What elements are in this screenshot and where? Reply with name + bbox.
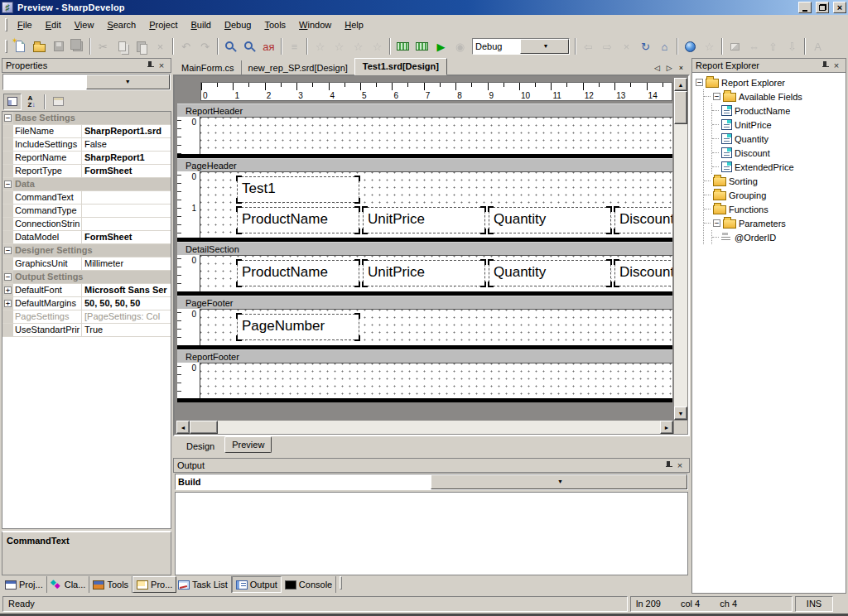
tree-item-parameters[interactable]: −Parameters	[704, 216, 846, 230]
tree-item-report-explorer[interactable]: −Report Explorer	[696, 75, 846, 89]
report-item-productname[interactable]: ProductName	[237, 260, 359, 286]
view-tab-design[interactable]: Design	[180, 439, 221, 454]
comment-region-icon[interactable]: ≡	[285, 37, 304, 55]
expander-icon[interactable]: −	[4, 273, 12, 281]
properties-close-button[interactable]: ×	[156, 60, 167, 71]
close-button[interactable]: ×	[833, 2, 846, 13]
tree-item-grouping[interactable]: Grouping	[704, 188, 846, 202]
report-item-unitprice[interactable]: UnitPrice	[363, 207, 485, 233]
report-item-unitprice[interactable]: UnitPrice	[363, 260, 485, 286]
property-name[interactable]: FileName	[13, 125, 82, 137]
tree-item-available-fields[interactable]: −Available Fields	[704, 89, 846, 103]
menu-tools[interactable]: Tools	[258, 17, 292, 33]
band-header-pagefooter[interactable]: PageFooter	[177, 296, 672, 309]
report-item-quantity[interactable]: Quantity	[489, 260, 611, 286]
run-icon[interactable]: ▶	[431, 37, 450, 55]
property-value[interactable]: False	[82, 138, 171, 151]
output-tab-console[interactable]: Console	[282, 576, 336, 593]
menu-window[interactable]: Window	[292, 17, 338, 33]
scroll-tabs-right-icon[interactable]: ▷	[667, 64, 672, 72]
report-explorer-close-button[interactable]: ×	[831, 60, 842, 71]
property-name[interactable]: ReportType	[13, 165, 82, 177]
pad-tab-pro[interactable]: Pro...	[132, 576, 176, 593]
tree-item-sorting[interactable]: Sorting	[704, 174, 846, 188]
property-row-reportname[interactable]: ReportNameSharpReport1	[2, 152, 171, 165]
property-name[interactable]: DefaultMargins	[13, 297, 82, 310]
menu-debug[interactable]: Debug	[218, 17, 258, 33]
report-item-pagenumber[interactable]: PageNumber	[237, 314, 359, 340]
property-name[interactable]: CommandText	[13, 191, 82, 204]
scroll-tabs-left-icon[interactable]: ◁	[654, 64, 660, 72]
menu-edit[interactable]: Edit	[39, 17, 68, 33]
web-bookmark-icon[interactable]: ☆	[700, 37, 719, 55]
menu-project[interactable]: Project	[142, 17, 184, 33]
property-row-filename[interactable]: FileNameSharpReport1.srd	[2, 125, 171, 138]
property-row-includesettings[interactable]: IncludeSettingsFalse	[2, 138, 171, 152]
menu-build[interactable]: Build	[185, 17, 218, 33]
property-value[interactable]: Microsoft Sans Ser	[82, 284, 171, 296]
tree-item-unitprice[interactable]: UnitPrice	[712, 118, 846, 132]
chevron-down-icon[interactable]: ▼	[86, 75, 171, 89]
property-row-reporttype[interactable]: ReportTypeFormSheet	[2, 165, 171, 178]
property-row-designer-settings[interactable]: −Designer Settings	[2, 244, 171, 257]
expander-icon[interactable]: −	[4, 180, 12, 188]
copy-icon[interactable]	[113, 37, 132, 55]
tree-item-discount[interactable]: Discount	[712, 146, 846, 160]
property-name[interactable]: GraphicsUnit	[13, 257, 82, 270]
save-icon[interactable]	[49, 37, 68, 55]
menu-view[interactable]: View	[68, 17, 101, 33]
property-name[interactable]: UseStandartPrir	[13, 324, 82, 336]
tree-item-productname[interactable]: ProductName	[712, 103, 846, 118]
replace-icon[interactable]: aя	[259, 37, 278, 55]
property-row-pagesettings[interactable]: PageSettings[PageSettings: Col	[2, 310, 171, 324]
pad-tab-tools[interactable]: Tools	[89, 576, 132, 593]
property-row-defaultfont[interactable]: +DefaultFontMicrosoft Sans Ser	[2, 284, 171, 297]
band-content-pageheader[interactable]: Test1ProductNameUnitPriceQuantityDiscoun…	[200, 171, 672, 238]
web-browser-icon[interactable]	[681, 37, 700, 55]
undo-icon[interactable]: ↶	[176, 37, 195, 55]
report-item-test1[interactable]: Test1	[237, 176, 359, 203]
browser-forward-icon[interactable]: ⇨	[598, 37, 617, 55]
band-content-reportfooter[interactable]	[200, 363, 672, 398]
output-text-area[interactable]	[175, 492, 688, 575]
toggle-bookmark-icon[interactable]: ☆	[311, 37, 330, 55]
property-value[interactable]: [PageSettings: Col	[82, 310, 171, 323]
band-header-reportheader[interactable]: ReportHeader	[177, 103, 672, 117]
build-icon[interactable]	[393, 37, 412, 55]
output-tab-task-list[interactable]: Task List	[175, 576, 232, 593]
scroll-up-icon[interactable]: ▲	[674, 78, 687, 91]
paste-icon[interactable]	[132, 37, 151, 55]
restore-button[interactable]	[816, 2, 829, 13]
expander-icon[interactable]: +	[4, 286, 12, 294]
band-header-pageheader[interactable]: PageHeader	[177, 158, 672, 171]
menu-help[interactable]: Help	[338, 17, 370, 33]
band-content-reportheader[interactable]	[200, 117, 672, 154]
stop-icon[interactable]: ◉	[450, 37, 470, 55]
close-document-icon[interactable]: ×	[679, 64, 683, 72]
horizontal-scrollbar[interactable]: ◄ ►	[176, 421, 673, 434]
property-row-output-settings[interactable]: −Output Settings	[2, 271, 171, 284]
tree-item-extendedprice[interactable]: ExtendedPrice	[712, 160, 846, 174]
property-name[interactable]: IncludeSettings	[13, 138, 82, 151]
vertical-scrollbar[interactable]: ▲ ▼	[674, 78, 687, 420]
doc-tab-mainform-cs[interactable]: MainForm.cs	[175, 60, 241, 75]
open-file-icon[interactable]	[30, 37, 49, 55]
property-name[interactable]: ReportName	[13, 152, 82, 164]
scroll-down-icon[interactable]: ▼	[674, 407, 687, 420]
save-all-icon[interactable]	[68, 37, 87, 55]
report-item-discount[interactable]: Discount	[614, 207, 672, 233]
build-all-icon[interactable]	[412, 37, 431, 55]
expander-icon[interactable]: +	[4, 300, 12, 307]
scroll-left-icon[interactable]: ◄	[176, 421, 190, 434]
property-row-defaultmargins[interactable]: +DefaultMargins50, 50, 50, 50	[2, 297, 171, 310]
property-name[interactable]: ConnectionStrin	[13, 218, 82, 230]
expander-icon[interactable]: −	[4, 114, 12, 122]
band-content-detailsection[interactable]: ProductNameUnitPriceQuantityDiscount	[200, 255, 672, 291]
alphabetical-button[interactable]: AZ↓	[22, 94, 41, 110]
menu-file[interactable]: File	[11, 17, 39, 33]
browser-refresh-icon[interactable]: ↻	[636, 37, 655, 55]
band-header-detailsection[interactable]: DetailSection	[177, 242, 672, 255]
property-row-datamodel[interactable]: DataModelFormSheet	[2, 231, 171, 244]
browser-home-icon[interactable]: ⌂	[655, 37, 674, 55]
output-pin-button[interactable]	[662, 460, 674, 471]
